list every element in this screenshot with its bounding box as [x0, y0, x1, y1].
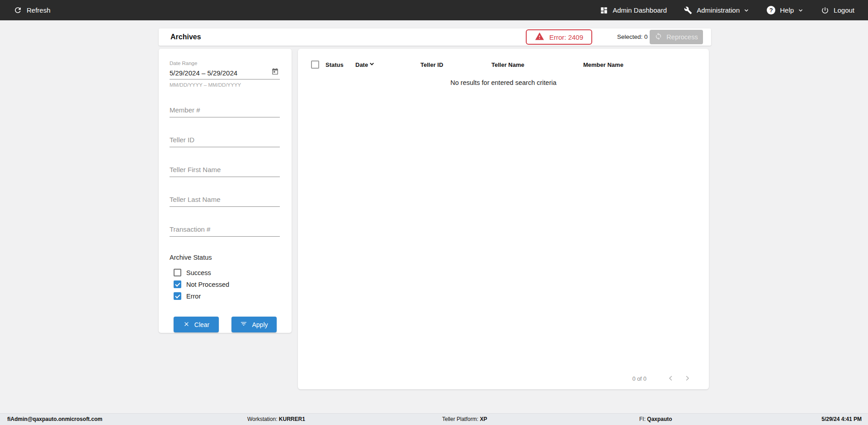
top-navigation-bar: Refresh Admin Dashboard Administration ?… — [0, 0, 868, 20]
teller-last-name-input[interactable] — [170, 194, 280, 207]
transaction-number-input[interactable] — [170, 224, 280, 237]
filter-icon — [240, 320, 247, 329]
fi-value: Qaxpauto — [647, 416, 672, 422]
apply-label: Apply — [252, 321, 268, 328]
refresh-button[interactable]: Refresh — [14, 6, 51, 14]
dashboard-icon — [600, 6, 608, 14]
calendar-icon — [271, 70, 279, 77]
date-column-label: Date — [355, 61, 368, 68]
clear-label: Clear — [194, 321, 209, 328]
page-header-bar: Archives Error: 2409 Selected: 0 Reproce… — [159, 28, 711, 46]
pagination-controls: 0 of 0 — [632, 374, 692, 384]
error-checkbox[interactable] — [174, 292, 181, 300]
chevron-down-icon — [743, 7, 750, 14]
chevron-down-icon — [797, 7, 804, 14]
x-icon — [183, 321, 190, 329]
selected-count: Selected: 0 — [617, 28, 648, 46]
archive-status-heading: Archive Status — [170, 254, 280, 261]
member-number-field-wrap — [170, 104, 280, 117]
logged-in-user: fiAdmin@qaxpauto.onmicrosoft.com — [7, 414, 102, 425]
column-header-teller-id[interactable]: Teller ID — [420, 61, 491, 68]
success-label: Success — [186, 269, 211, 276]
error-count-label: Error: 2409 — [549, 33, 583, 41]
workstation-info: Workstation: KURRER1 — [247, 414, 305, 425]
fi-info: FI: Qaxpauto — [639, 414, 672, 425]
teller-first-name-input[interactable] — [170, 164, 280, 177]
previous-page-button[interactable] — [666, 374, 675, 384]
refresh-label: Refresh — [27, 6, 51, 14]
warning-triangle-icon — [535, 32, 544, 42]
empty-results-message: No results for entered search criteria — [298, 79, 709, 86]
not-processed-label: Not Processed — [186, 281, 229, 288]
archive-status-option-success[interactable]: Success — [174, 268, 280, 277]
administration-menu[interactable]: Administration — [684, 6, 750, 14]
topbar-menu: Admin Dashboard Administration ? Help Lo… — [600, 6, 854, 14]
platform-label: Teller Platform: — [442, 416, 478, 422]
status-footer: fiAdmin@qaxpauto.onmicrosoft.com Worksta… — [0, 413, 868, 425]
apply-button[interactable]: Apply — [231, 317, 277, 332]
workstation-label: Workstation: — [247, 416, 277, 422]
help-menu[interactable]: ? Help — [767, 6, 804, 14]
chevron-left-icon — [666, 377, 675, 384]
wrench-icon — [684, 6, 692, 14]
footer-datetime: 5/29/24 4:41 PM — [821, 414, 862, 425]
teller-first-name-field-wrap — [170, 164, 280, 177]
select-all-checkbox[interactable] — [311, 61, 319, 69]
sort-descending-icon — [368, 61, 375, 69]
next-page-button[interactable] — [683, 374, 692, 384]
sync-icon — [655, 33, 662, 42]
help-label: Help — [780, 6, 794, 14]
page-title: Archives — [170, 28, 201, 46]
archive-status-options: Success Not Processed Error — [174, 268, 280, 301]
administration-label: Administration — [697, 6, 740, 14]
reprocess-label: Reprocess — [666, 33, 698, 41]
column-header-teller-name[interactable]: Teller Name — [491, 61, 583, 68]
results-table-panel: Status Date Teller ID Teller Name Member… — [298, 49, 709, 389]
platform-value: XP — [480, 416, 487, 422]
table-header-row: Status Date Teller ID Teller Name Member… — [298, 49, 709, 71]
filter-panel: Date Range 5/29/2024 – 5/29/2024 MM/DD/Y… — [159, 49, 292, 333]
error-count-badge[interactable]: Error: 2409 — [526, 29, 592, 45]
fi-label: FI: — [639, 416, 646, 422]
calendar-picker-button[interactable] — [270, 67, 280, 77]
admin-dashboard-label: Admin Dashboard — [613, 6, 667, 14]
filter-actions: Clear Apply — [174, 317, 280, 332]
transaction-number-field-wrap — [170, 224, 280, 237]
clear-button[interactable]: Clear — [174, 317, 219, 332]
member-number-input[interactable] — [170, 104, 280, 117]
teller-id-input[interactable] — [170, 134, 280, 147]
column-header-date[interactable]: Date — [355, 61, 420, 69]
not-processed-checkbox[interactable] — [174, 280, 181, 288]
date-range-label: Date Range — [170, 61, 280, 66]
column-header-status[interactable]: Status — [326, 61, 355, 68]
success-checkbox[interactable] — [174, 269, 181, 276]
error-label: Error — [186, 293, 201, 300]
reprocess-button[interactable]: Reprocess — [650, 30, 703, 44]
refresh-icon — [14, 6, 22, 14]
admin-dashboard-button[interactable]: Admin Dashboard — [600, 6, 667, 14]
teller-id-field-wrap — [170, 134, 280, 147]
help-icon: ? — [767, 6, 775, 14]
date-range-field[interactable]: 5/29/2024 – 5/29/2024 — [170, 67, 280, 79]
power-icon — [821, 6, 829, 14]
page-count: 0 of 0 — [632, 376, 646, 382]
logout-label: Logout — [834, 6, 854, 14]
archive-status-option-not-processed[interactable]: Not Processed — [174, 280, 280, 289]
teller-last-name-field-wrap — [170, 194, 280, 207]
logout-button[interactable]: Logout — [821, 6, 854, 14]
archive-status-option-error[interactable]: Error — [174, 291, 280, 301]
workstation-value: KURRER1 — [279, 416, 305, 422]
chevron-right-icon — [683, 377, 692, 384]
column-header-member-name[interactable]: Member Name — [583, 61, 709, 68]
teller-platform-info: Teller Platform: XP — [442, 414, 487, 425]
date-range-value[interactable]: 5/29/2024 – 5/29/2024 — [170, 69, 237, 77]
date-format-hint: MM/DD/YYYY – MM/DD/YYYY — [170, 82, 280, 88]
